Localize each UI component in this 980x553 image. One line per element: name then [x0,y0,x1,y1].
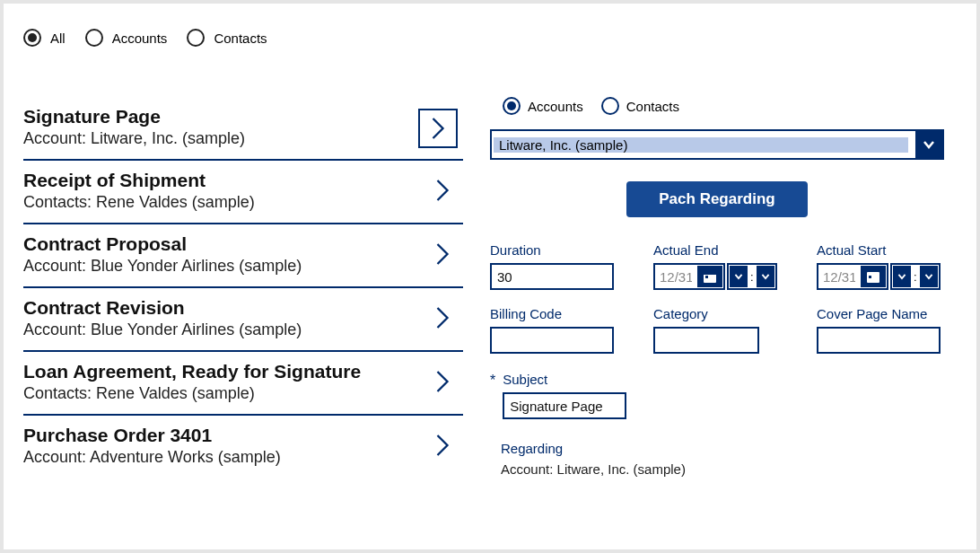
radio-selected-icon [503,97,521,115]
filter-all-label: All [50,31,66,46]
list-item[interactable]: Purchase Order 3401 Account: Adventure W… [23,416,463,478]
subject-input[interactable] [503,392,626,419]
app-window: All Accounts Contacts Signature Page Acc… [4,4,976,549]
pach-regarding-button[interactable]: Pach Regarding [626,181,807,217]
calendar-icon[interactable] [697,266,722,287]
actual-start-date-input[interactable] [819,266,859,287]
time-min-select[interactable] [920,266,938,287]
regarding-block: Regarding Account: Litware, Inc. (sample… [490,441,944,477]
chevron-right-icon[interactable] [433,303,452,336]
chevron-right-icon[interactable] [433,176,452,208]
svg-rect-4 [869,276,871,278]
billing-code-input[interactable] [490,327,614,354]
time-min-select[interactable] [757,266,774,287]
list-item-subtitle: Contacts: Rene Valdes (sample) [23,193,463,212]
list-item[interactable]: Loan Agreement, Ready for Signature Cont… [23,352,463,416]
list-item-subtitle: Account: Blue Yonder Airlines (sample) [23,320,463,339]
field-label: Billing Code [490,306,617,321]
field-label: Actual Start [817,242,944,258]
chevron-down-icon[interactable] [915,131,942,158]
regarding-label: Regarding [501,441,944,456]
cover-page-name-field: Cover Page Name [817,306,944,354]
list-item[interactable]: Contract Revision Account: Blue Yonder A… [23,288,463,352]
detail-panel: Accounts Contacts Litware, Inc. (sample)… [490,97,969,478]
field-label: Category [653,306,781,321]
filter-accounts-radio[interactable]: Accounts [85,29,168,47]
duration-field: Duration [490,242,617,290]
duration-input[interactable] [490,263,614,290]
list-item[interactable]: Signature Page Account: Litware, Inc. (s… [23,97,463,161]
category-field: Category [653,306,781,354]
subject-row: * Subject [490,372,944,419]
actual-end-field: Actual End : [653,242,781,290]
time-hour-select[interactable] [893,266,911,287]
actual-end-date-input[interactable] [656,266,696,287]
list-item-subtitle: Account: Litware, Inc. (sample) [23,129,463,148]
calendar-icon[interactable] [861,266,886,287]
fields-grid: Duration Actual End [490,242,944,354]
required-asterisk: * [490,372,495,388]
list-item-title: Purchase Order 3401 [23,425,463,446]
list-item-subtitle: Contacts: Rene Valdes (sample) [23,384,463,403]
field-label: Cover Page Name [817,306,944,321]
cover-page-name-input[interactable] [817,327,941,354]
filter-row: All Accounts Contacts [23,29,969,47]
radio-unselected-icon [85,29,103,47]
radio-unselected-icon [187,29,205,47]
category-input[interactable] [653,327,759,354]
panel-contacts-label: Contacts [626,99,679,114]
field-label: Duration [490,242,617,258]
filter-contacts-label: Contacts [214,31,267,46]
list-item-title: Loan Agreement, Ready for Signature [23,361,463,382]
records-list: Signature Page Account: Litware, Inc. (s… [23,97,463,478]
dropdown-value: Litware, Inc. (sample) [494,137,908,153]
list-item[interactable]: Receipt of Shipment Contacts: Rene Valde… [23,161,463,224]
actual-start-field: Actual Start : [817,242,944,290]
panel-contacts-radio[interactable]: Contacts [601,97,679,115]
list-item-title: Contract Proposal [23,233,463,255]
radio-unselected-icon [601,97,619,115]
list-item-subtitle: Account: Blue Yonder Airlines (sample) [23,257,463,276]
time-colon: : [749,266,755,287]
account-dropdown[interactable]: Litware, Inc. (sample) [490,129,944,160]
time-hour-select[interactable] [730,266,748,287]
panel-accounts-radio[interactable]: Accounts [503,97,583,115]
radio-selected-icon [23,29,41,47]
chevron-right-icon[interactable] [433,367,452,399]
panel-accounts-label: Accounts [528,99,583,114]
filter-contacts-radio[interactable]: Contacts [187,29,267,47]
field-label: Actual End [653,242,781,258]
filter-accounts-label: Accounts [112,31,168,46]
time-colon: : [913,266,918,287]
list-item-title: Contract Revision [23,297,463,319]
chevron-right-icon[interactable] [433,240,452,272]
regarding-value: Account: Litware, Inc. (sample) [501,461,944,477]
list-item-title: Signature Page [23,106,463,127]
list-item-subtitle: Account: Adventure Works (sample) [23,448,463,467]
chevron-right-icon[interactable] [433,431,452,463]
field-label: Subject [503,372,626,387]
svg-rect-2 [705,276,708,278]
panel-filter-row: Accounts Contacts [490,97,944,115]
billing-code-field: Billing Code [490,306,617,354]
svg-rect-1 [704,272,716,275]
filter-all-radio[interactable]: All [23,29,66,47]
list-item-title: Receipt of Shipment [23,170,463,191]
list-item[interactable]: Contract Proposal Account: Blue Yonder A… [23,224,463,288]
chevron-right-icon[interactable] [418,109,458,148]
